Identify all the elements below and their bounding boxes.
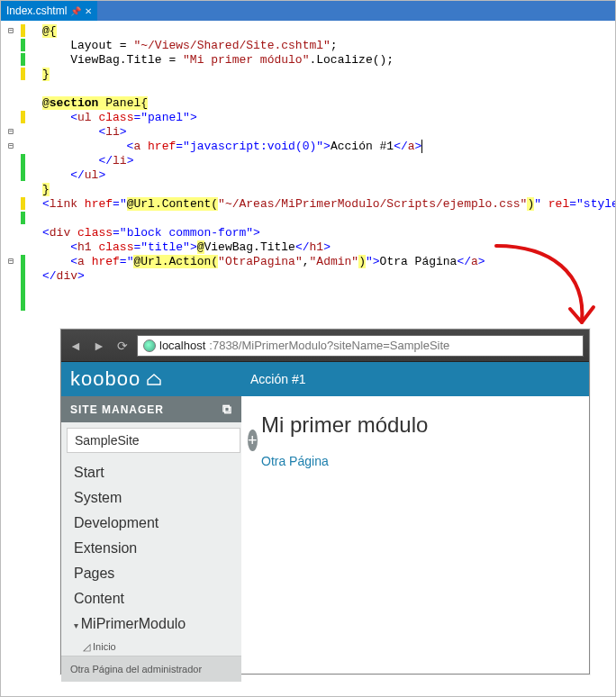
- sidebar-header: SITE MANAGER ⧉: [61, 396, 241, 422]
- address-bar[interactable]: localhost:7838/MiPrimerModulo?siteName=S…: [137, 335, 584, 357]
- code-editor[interactable]: ⊟ ⊟ ⊟ ⊟ @{ Layout = "~/Views/Shared/Site…: [1, 21, 615, 287]
- sidebar-footer[interactable]: Otra Página del administrador: [61, 656, 241, 682]
- app-top-strip: kooboo Acción #1: [61, 362, 589, 396]
- tab-label: Index.cshtml: [6, 5, 67, 17]
- outline-collapse-icon[interactable]: ⊟: [6, 257, 15, 267]
- change-marker: [21, 255, 25, 311]
- link-otra-pagina[interactable]: Otra Página: [261, 454, 329, 468]
- sidebar: SITE MANAGER ⧉ + Start System Developmen…: [61, 396, 241, 674]
- sidebar-item-system[interactable]: System: [61, 485, 241, 511]
- change-marker: [21, 154, 25, 181]
- url-host: localhost: [159, 339, 205, 352]
- sidebar-item-development[interactable]: Development: [61, 511, 241, 536]
- change-marker: [21, 197, 25, 210]
- change-marker: [21, 24, 25, 37]
- tab-bar-space: [97, 1, 615, 21]
- sidebar-item-miprimermodulo[interactable]: MiPrimerModulo: [61, 611, 241, 637]
- home-icon: [146, 373, 162, 385]
- code-area[interactable]: @{ Layout = "~/Views/Shared/Site.cshtml"…: [42, 21, 616, 287]
- page-title: Mi primer módulo: [261, 412, 569, 438]
- change-marker: [21, 212, 25, 224]
- sidebar-menu: Start System Development Extension Pages…: [61, 458, 241, 638]
- app-logo[interactable]: kooboo: [61, 367, 241, 391]
- close-icon[interactable]: ✕: [85, 6, 92, 16]
- sidebar-item-content[interactable]: Content: [61, 586, 241, 611]
- outline-collapse-icon[interactable]: ⊟: [6, 141, 15, 152]
- editor-gutter: ⊟ ⊟ ⊟ ⊟: [1, 21, 42, 287]
- outline-collapse-icon[interactable]: ⊟: [6, 26, 15, 37]
- sidebar-item-extension[interactable]: Extension: [61, 536, 241, 561]
- globe-icon: [143, 339, 156, 352]
- main-content: Mi primer módulo Otra Página: [241, 396, 589, 674]
- browser-preview: ◄ ► ⟳ localhost:7838/MiPrimerModulo?site…: [60, 329, 590, 674]
- change-marker: [21, 53, 25, 66]
- breadcrumb-item[interactable]: Acción #1: [241, 372, 305, 386]
- browser-chrome: ◄ ► ⟳ localhost:7838/MiPrimerModulo?site…: [61, 330, 589, 362]
- breadcrumb-strip: Acción #1: [241, 372, 589, 386]
- file-tab-index[interactable]: Index.cshtml 📌 ✕: [1, 1, 97, 21]
- change-marker: [21, 68, 25, 80]
- sidebar-title: SITE MANAGER: [70, 403, 164, 416]
- site-select-input[interactable]: [67, 428, 240, 453]
- outline-collapse-icon[interactable]: ⊟: [6, 127, 15, 138]
- nav-reload-icon[interactable]: ⟳: [113, 337, 131, 355]
- change-marker: [21, 39, 25, 51]
- sidebar-item-pages[interactable]: Pages: [61, 561, 241, 586]
- url-path: :7838/MiPrimerModulo?siteName=SampleSite: [209, 339, 449, 352]
- pin-icon[interactable]: 📌: [70, 6, 81, 16]
- nav-forward-icon[interactable]: ►: [90, 337, 108, 355]
- sitemap-icon[interactable]: ⧉: [222, 402, 232, 417]
- change-marker: [21, 111, 25, 123]
- nav-back-icon[interactable]: ◄: [67, 337, 85, 355]
- tab-bar: Index.cshtml 📌 ✕: [1, 1, 615, 21]
- sidebar-subitem-inicio[interactable]: ◿ Inicio: [61, 638, 241, 656]
- sidebar-item-start[interactable]: Start: [61, 460, 241, 485]
